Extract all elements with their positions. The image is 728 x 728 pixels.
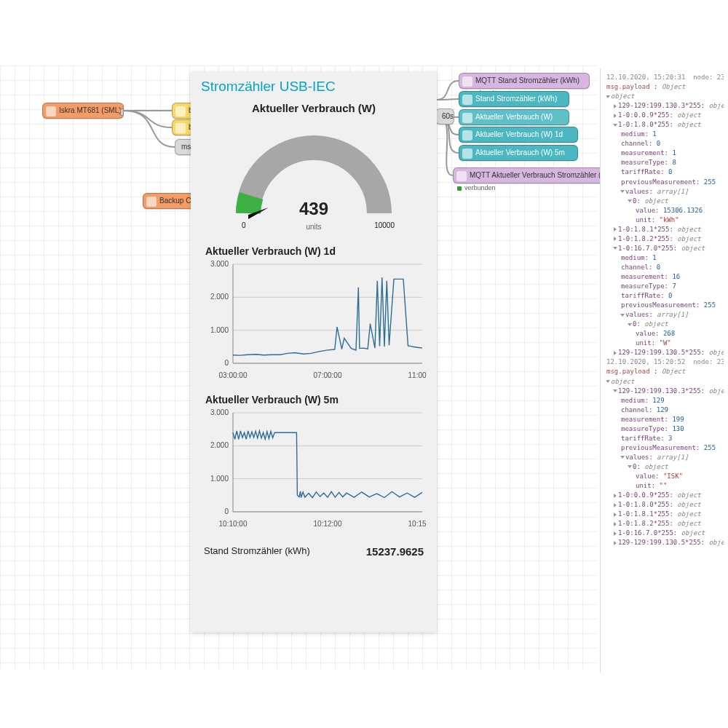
node-label: MQTT Aktueller Verbrauch Stromzähler (W) [470, 167, 610, 183]
svg-text:0: 0 [224, 507, 229, 515]
gauge: 439 units 0 10000 [201, 119, 427, 235]
chart-1d-title: Aktueller Verbrauch (W) 1d [205, 245, 427, 257]
node-label: MQTT Stand Stromzähler (kWh) [475, 73, 579, 89]
gauge-min: 0 [242, 221, 246, 229]
node-label: 60s [442, 108, 454, 124]
node-verbrauch-5m[interactable]: Aktueller Verbrauch (W) 5m [459, 145, 578, 161]
gauge-value: 439 [201, 199, 427, 219]
node-verbrauch[interactable]: Aktueller Verbrauch (W) [459, 109, 569, 125]
node-mqtt-verbrauch[interactable]: MQTT Aktueller Verbrauch Stromzähler (W) [453, 167, 619, 183]
svg-text:1.000: 1.000 [210, 326, 229, 334]
node-label: Aktueller Verbrauch (W) 1d [475, 127, 563, 143]
svg-text:3.000: 3.000 [210, 260, 229, 268]
node-label: Aktueller Verbrauch (W) [475, 109, 553, 125]
kwh-label: Stand Stromzähler (kWh) [204, 545, 310, 558]
chart-5m: Aktueller Verbrauch (W) 5m 01.0002.0003.… [201, 394, 427, 532]
svg-text:3.000: 3.000 [210, 408, 229, 416]
gauge-max: 10000 [374, 221, 395, 229]
gauge-title: Aktueller Verbrauch (W) [201, 102, 427, 114]
node-label: Stand Stromzähler (kWh) [475, 91, 557, 107]
svg-text:03:00:00: 03:00:00 [219, 371, 248, 379]
svg-text:11:00:00: 11:00:00 [408, 371, 427, 379]
kwh-value: 15237.9625 [366, 545, 424, 558]
svg-text:0: 0 [224, 359, 229, 367]
node-delay[interactable]: 60s [435, 108, 454, 124]
svg-text:2.000: 2.000 [210, 293, 229, 301]
svg-text:10:10:00: 10:10:00 [219, 520, 248, 528]
svg-text:10:12:00: 10:12:00 [314, 520, 342, 528]
node-label: Aktueller Verbrauch (W) 5m [475, 145, 565, 161]
svg-text:10:15:00: 10:15:00 [408, 520, 427, 528]
svg-text:1.000: 1.000 [210, 475, 229, 483]
node-status-mqtt-verbrauch: verbunden [457, 184, 496, 191]
node-stand[interactable]: Stand Stromzähler (kWh) [459, 91, 569, 107]
dashboard-title: Stromzähler USB-IEC [201, 79, 427, 95]
kwh-row: Stand Stromzähler (kWh) 15237.9625 [201, 545, 427, 558]
svg-text:2.000: 2.000 [210, 441, 229, 449]
node-iskra[interactable]: Iskra MT681 (SML) [42, 103, 124, 119]
node-label: Iskra MT681 (SML) [59, 103, 122, 119]
node-verbrauch-1d[interactable]: Aktueller Verbrauch (W) 1d [459, 127, 578, 143]
chart-1d: Aktueller Verbrauch (W) 1d 01.0002.0003.… [201, 245, 427, 384]
node-mqtt-stand[interactable]: MQTT Stand Stromzähler (kWh) [459, 73, 590, 89]
svg-text:07:00:00: 07:00:00 [314, 371, 342, 379]
dashboard-panel: Stromzähler USB-IEC Aktueller Verbrauch … [191, 71, 437, 632]
chart-5m-title: Aktueller Verbrauch (W) 5m [205, 394, 427, 405]
debug-sidebar[interactable]: 12.10.2020, 15:20:31 node: 23eb7731.19ae… [600, 68, 728, 673]
